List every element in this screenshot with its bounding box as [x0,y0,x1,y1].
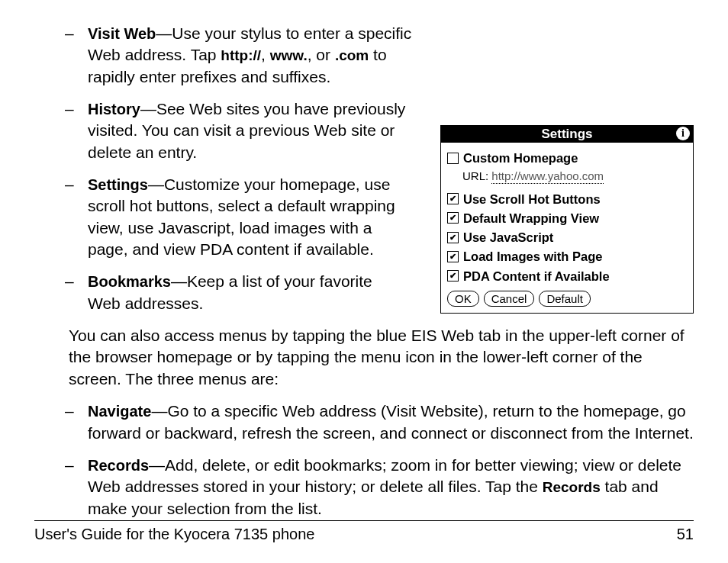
settings-title-bar: Settings i [441,126,693,143]
option-pda-content: ✔ PDA Content if Available [447,268,687,285]
checkbox-checked-icon[interactable]: ✔ [447,270,459,282]
page-footer: User's Guide for the Kyocera 7135 phone … [34,520,694,543]
term-settings: Settings [88,176,148,193]
term-records: Records [88,457,149,474]
url-row: URL: http://www.yahoo.com [462,169,687,184]
option-javascript: ✔ Use JavaScript [447,229,687,246]
page-number: 51 [677,526,694,543]
list-item: – History—See Web sites you have previou… [34,98,431,163]
list-item: – Visit Web—Use your stylus to enter a s… [34,23,431,88]
dash-icon: – [34,174,88,260]
settings-figure: Settings i Custom Homepage URL: http://w… [440,125,694,314]
option-load-images: ✔ Load Images with Page [447,248,687,265]
option-label: Use JavaScript [463,229,553,246]
ok-button[interactable]: OK [447,291,479,307]
checkbox-checked-icon[interactable]: ✔ [447,193,459,204]
list-item: – Records—Add, delete, or edit bookmarks… [34,455,694,520]
page: Settings i Custom Homepage URL: http://w… [0,0,728,563]
list-item: – Settings—Customize your homepage, use … [34,174,401,260]
term-history: History [88,101,140,117]
option-label: Load Images with Page [463,248,602,265]
checkbox-checked-icon[interactable]: ✔ [447,251,459,262]
info-icon: i [676,127,690,140]
option-label: Custom Homepage [463,150,578,166]
option-custom-homepage: Custom Homepage [447,150,687,166]
checkbox-unchecked-icon[interactable] [447,153,459,164]
term-visit-web: Visit Web [88,25,156,42]
list-item-body: Records—Add, delete, or edit bookmarks; … [88,455,694,520]
url-value[interactable]: http://www.yahoo.com [491,169,604,184]
settings-body: Custom Homepage URL: http://www.yahoo.co… [441,143,693,313]
dash-icon: – [34,401,88,444]
list-item: – Navigate—Go to a specific Web address … [34,401,694,444]
content-area: Settings i Custom Homepage URL: http://w… [34,23,694,520]
checkbox-checked-icon[interactable]: ✔ [447,212,459,224]
settings-title: Settings [541,126,592,143]
option-wrapping: ✔ Default Wrapping View [447,210,687,227]
option-label: Default Wrapping View [463,210,599,227]
list-item-body: Visit Web—Use your stylus to enter a spe… [88,23,431,88]
footer-title: User's Guide for the Kyocera 7135 phone [34,526,314,543]
inline-records: Records [543,479,601,495]
list-item-body: History—See Web sites you have previousl… [88,98,431,163]
inline-com: .com [335,47,369,63]
dash-icon: – [34,23,88,88]
term-navigate: Navigate [88,403,151,420]
option-label: Use Scroll Hot Buttons [463,191,601,208]
list-item: – Bookmarks—Keep a list of your favorite… [34,271,401,314]
inline-http: http:// [221,47,261,63]
button-row: OK Cancel Default [447,291,687,307]
paragraph: You can also access menus by tapping the… [69,325,694,390]
term-bookmarks: Bookmarks [88,273,171,290]
checkbox-checked-icon[interactable]: ✔ [447,232,459,243]
inline-www: www. [270,47,308,63]
dash-icon: – [34,98,88,163]
dash-icon: – [34,271,88,314]
list-item-body: Settings—Customize your homepage, use sc… [88,174,401,260]
cancel-button[interactable]: Cancel [484,291,535,307]
dash-icon: – [34,455,88,520]
url-label: URL: [462,169,491,182]
option-scroll-hot: ✔ Use Scroll Hot Buttons [447,191,687,208]
default-button[interactable]: Default [539,291,591,307]
list-item-body: Bookmarks—Keep a list of your favorite W… [88,271,401,314]
option-label: PDA Content if Available [463,268,610,285]
list-item-body: Navigate—Go to a specific Web address (V… [88,401,694,444]
